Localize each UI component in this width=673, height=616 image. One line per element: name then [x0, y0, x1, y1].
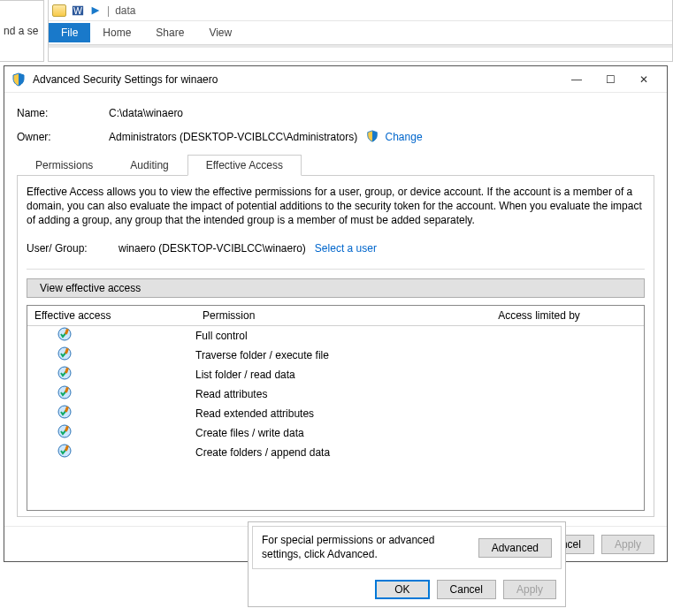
col-access-limited-by[interactable]: Access limited by: [434, 306, 644, 325]
select-user-link[interactable]: Select a user: [315, 242, 377, 255]
table-row[interactable]: Full control: [27, 326, 644, 346]
maximize-button[interactable]: ☐: [594, 70, 626, 89]
permission-granted-icon: [57, 346, 72, 363]
advanced-security-dialog: Advanced Security Settings for winaero —…: [4, 65, 668, 562]
permission-granted-icon: [57, 385, 72, 402]
properties-dialog-fragment: For special permissions or advanced sett…: [248, 521, 566, 607]
fragment-text: nd a se: [4, 25, 38, 37]
col-effective-access[interactable]: Effective access: [27, 306, 195, 325]
nav-arrow-icon: [89, 4, 102, 17]
permission-granted-icon: [57, 444, 72, 460]
folder-icon: [52, 4, 66, 17]
tab-home[interactable]: Home: [90, 23, 143, 42]
props-apply-button[interactable]: Apply: [503, 580, 556, 599]
name-label: Name:: [17, 107, 109, 119]
explorer-address-bar[interactable]: W | data: [49, 0, 672, 21]
table-row[interactable]: Traverse folder / execute file: [27, 346, 644, 365]
advanced-button[interactable]: Advanced: [478, 538, 552, 558]
permission-name: List folder / read data: [195, 369, 434, 381]
permission-granted-icon: [57, 424, 72, 441]
tab-view[interactable]: View: [196, 23, 244, 42]
props-ok-button[interactable]: OK: [375, 580, 429, 599]
owner-value: Administrators (DESKTOP-VCIBLCC\Administ…: [109, 131, 357, 143]
close-button[interactable]: ✕: [628, 70, 660, 89]
permission-name: Traverse folder / execute file: [195, 349, 434, 361]
permission-granted-icon: [57, 366, 72, 383]
left-panel-fragment: nd a se: [0, 0, 44, 62]
svg-text:W: W: [73, 4, 82, 15]
ribbon-divider: [49, 44, 672, 48]
name-value: C:\data\winaero: [109, 107, 183, 119]
grid-body[interactable]: Full controlTraverse folder / execute fi…: [27, 326, 644, 510]
permission-granted-icon: [57, 405, 72, 422]
tab-permissions[interactable]: Permissions: [17, 155, 111, 176]
view-effective-access-button[interactable]: View effective access: [27, 278, 645, 298]
tab-share[interactable]: Share: [143, 23, 196, 42]
permission-name: Full control: [195, 330, 434, 342]
dialog-titlebar[interactable]: Advanced Security Settings for winaero —…: [4, 66, 667, 93]
minimize-button[interactable]: —: [561, 70, 593, 89]
effective-access-description: Effective Access allows you to view the …: [27, 185, 645, 228]
shield-icon: [11, 72, 26, 87]
tab-file[interactable]: File: [49, 23, 90, 42]
usergroup-label: User/ Group:: [27, 242, 119, 255]
explorer-window: W | data File Home Share View: [48, 0, 673, 62]
usergroup-value: winaero (DESKTOP-VCIBLCC\winaero): [119, 242, 306, 255]
effective-access-grid: Effective access Permission Access limit…: [27, 305, 645, 511]
permission-name: Read attributes: [195, 388, 434, 400]
change-owner-text: Change: [386, 131, 423, 143]
col-permission[interactable]: Permission: [195, 306, 434, 325]
permission-name: Create folders / append data: [195, 446, 434, 459]
table-row[interactable]: Read attributes: [27, 384, 644, 404]
permission-name: Create files / write data: [195, 427, 434, 439]
tab-effective-access[interactable]: Effective Access: [187, 155, 302, 176]
breadcrumb-path[interactable]: data: [115, 4, 135, 17]
tab-auditing[interactable]: Auditing: [111, 155, 187, 176]
svg-marker-2: [92, 6, 100, 14]
owner-label: Owner:: [17, 131, 109, 143]
table-row[interactable]: Create files / write data: [27, 423, 644, 443]
props-cancel-button[interactable]: Cancel: [437, 580, 496, 599]
separator: |: [107, 4, 110, 17]
table-row[interactable]: Read extended attributes: [27, 404, 644, 423]
apply-button[interactable]: Apply: [601, 535, 654, 554]
divider: [27, 269, 645, 270]
dialog-tabbar: Permissions Auditing Effective Access: [17, 154, 654, 176]
tab-content: Effective Access allows you to view the …: [17, 176, 654, 517]
change-owner-link[interactable]: Change: [366, 130, 422, 143]
advanced-hint-text: For special permissions or advanced sett…: [262, 534, 470, 561]
table-row[interactable]: Create folders / append data: [27, 443, 644, 462]
ribbon-tabs: File Home Share View: [49, 21, 672, 44]
grid-header: Effective access Permission Access limit…: [27, 306, 644, 326]
permission-name: Read extended attributes: [195, 407, 434, 420]
dialog-title: Advanced Security Settings for winaero: [33, 73, 561, 86]
permission-granted-icon: [57, 327, 72, 344]
table-row[interactable]: List folder / read data: [27, 365, 644, 384]
nav-word-icon: W: [72, 4, 84, 17]
